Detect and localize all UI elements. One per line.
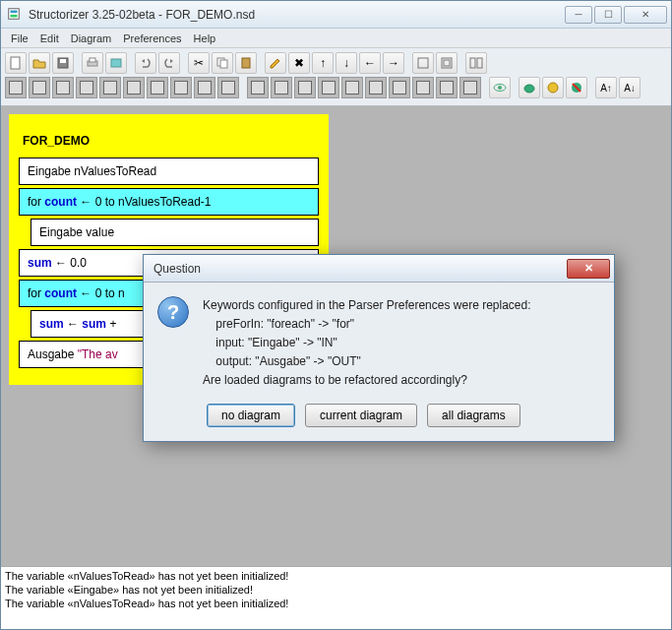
svg-rect-12 bbox=[418, 58, 428, 68]
struct-instr-before-icon[interactable] bbox=[5, 77, 27, 98]
dialog-title: Question bbox=[153, 262, 201, 276]
cut-icon[interactable]: ✂ bbox=[188, 52, 210, 74]
turtle-icon[interactable] bbox=[519, 77, 540, 98]
close-button[interactable]: ✕ bbox=[624, 6, 667, 24]
redo-icon[interactable] bbox=[158, 52, 180, 74]
svg-point-18 bbox=[498, 86, 502, 90]
minimize-button[interactable]: ─ bbox=[565, 6, 592, 24]
fontup-icon[interactable]: A↑ bbox=[595, 77, 617, 98]
struct-case-before-icon[interactable] bbox=[52, 77, 74, 98]
svg-rect-5 bbox=[60, 59, 66, 63]
paste-icon[interactable] bbox=[235, 52, 257, 74]
svg-point-20 bbox=[548, 83, 558, 93]
save-icon[interactable] bbox=[52, 52, 74, 74]
status-msg2: The variable «Eingabe» has not yet been … bbox=[5, 583, 667, 597]
undo-icon[interactable] bbox=[135, 52, 156, 74]
dialog-close-button[interactable]: ✕ bbox=[567, 259, 610, 279]
window-title: Structorizer 3.25-02beta - FOR_DEMO.nsd bbox=[29, 8, 565, 22]
status-area: The variable «nValuesToRead» has not yet… bbox=[1, 566, 671, 629]
svg-rect-2 bbox=[11, 14, 18, 17]
struct-para-before-icon[interactable] bbox=[217, 77, 239, 98]
struct-repeat-before-icon[interactable] bbox=[123, 77, 145, 98]
moveright-icon[interactable]: → bbox=[383, 52, 404, 74]
struct-while-before-icon[interactable] bbox=[99, 77, 121, 98]
svg-point-19 bbox=[524, 85, 534, 93]
struct-call-before-icon[interactable] bbox=[170, 77, 192, 98]
current-diagram-button[interactable]: current diagram bbox=[305, 404, 417, 427]
menubar: File Edit Diagram Preferences Help bbox=[1, 29, 671, 48]
svg-rect-16 bbox=[477, 58, 482, 68]
export-icon[interactable] bbox=[105, 52, 127, 74]
svg-rect-8 bbox=[111, 59, 121, 67]
new-icon[interactable] bbox=[5, 52, 27, 74]
question-icon: ? bbox=[157, 296, 189, 328]
delete-icon[interactable]: ✖ bbox=[288, 52, 310, 74]
menu-file[interactable]: File bbox=[5, 31, 34, 46]
struct-instr-after-icon[interactable] bbox=[247, 77, 269, 98]
stop-icon[interactable] bbox=[566, 77, 587, 98]
moveleft-icon[interactable]: ← bbox=[359, 52, 381, 74]
view3-icon[interactable] bbox=[465, 52, 487, 74]
struct-case-after-icon[interactable] bbox=[294, 77, 316, 98]
all-diagrams-button[interactable]: all diagrams bbox=[427, 404, 520, 427]
moveup-icon[interactable]: ↑ bbox=[312, 52, 334, 74]
open-icon[interactable] bbox=[29, 52, 50, 74]
window-controls: ─ ☐ ✕ bbox=[565, 6, 667, 24]
print-icon[interactable] bbox=[82, 52, 103, 74]
diagram-title: FOR_DEMO bbox=[19, 128, 319, 158]
menu-preferences[interactable]: Preferences bbox=[117, 31, 187, 46]
struct-jump-after-icon[interactable] bbox=[436, 77, 458, 98]
svg-rect-10 bbox=[220, 60, 227, 68]
fontdown-icon[interactable]: A↓ bbox=[619, 77, 641, 98]
menu-help[interactable]: Help bbox=[188, 31, 222, 46]
diag-inner1[interactable]: Eingabe value bbox=[31, 219, 319, 246]
struct-forever-before-icon[interactable] bbox=[147, 77, 168, 98]
diag-for1[interactable]: for count ← 0 to nValuesToRead-1 bbox=[19, 188, 319, 216]
struct-while-after-icon[interactable] bbox=[341, 77, 363, 98]
menu-diagram[interactable]: Diagram bbox=[65, 31, 118, 46]
diag-input1[interactable]: Eingabe nValuesToRead bbox=[19, 158, 319, 185]
status-msg3: The variable «nValuesToRead» has not yet… bbox=[5, 597, 667, 610]
maximize-button[interactable]: ☐ bbox=[594, 6, 622, 24]
struct-jump-before-icon[interactable] bbox=[194, 77, 215, 98]
titlebar: Structorizer 3.25-02beta - FOR_DEMO.nsd … bbox=[1, 1, 671, 29]
app-icon bbox=[7, 7, 23, 23]
svg-rect-11 bbox=[242, 58, 250, 68]
toolbars: ✂ ✖ ↑ ↓ ← → bbox=[1, 48, 671, 106]
struct-forever-after-icon[interactable] bbox=[389, 77, 410, 98]
question-dialog: Question ✕ ? Keywords configured in the … bbox=[143, 254, 615, 442]
struct-para-after-icon[interactable] bbox=[459, 77, 481, 98]
struct-for-before-icon[interactable] bbox=[76, 77, 97, 98]
struct-if-after-icon[interactable] bbox=[271, 77, 292, 98]
svg-rect-15 bbox=[470, 58, 475, 68]
dialog-titlebar: Question ✕ bbox=[144, 255, 614, 283]
svg-rect-1 bbox=[11, 10, 18, 13]
menu-edit[interactable]: Edit bbox=[34, 31, 65, 46]
svg-rect-0 bbox=[9, 8, 20, 19]
edit-icon[interactable] bbox=[265, 52, 286, 74]
eye-icon[interactable] bbox=[489, 77, 511, 98]
struct-call-after-icon[interactable] bbox=[412, 77, 434, 98]
movedown-icon[interactable]: ↓ bbox=[336, 52, 357, 74]
svg-rect-7 bbox=[90, 58, 95, 62]
dialog-message: Keywords configured in the Parser Prefer… bbox=[203, 296, 531, 390]
copy-icon[interactable] bbox=[212, 52, 233, 74]
view2-icon[interactable] bbox=[436, 52, 458, 74]
struct-repeat-after-icon[interactable] bbox=[365, 77, 387, 98]
view1-icon[interactable] bbox=[412, 52, 434, 74]
run-icon[interactable] bbox=[542, 77, 564, 98]
struct-if-before-icon[interactable] bbox=[29, 77, 50, 98]
no-diagram-button[interactable]: no diagram bbox=[207, 404, 295, 427]
struct-for-after-icon[interactable] bbox=[318, 77, 339, 98]
status-msg1: The variable «nValuesToRead» has not yet… bbox=[5, 569, 667, 583]
svg-rect-14 bbox=[444, 60, 450, 66]
svg-rect-3 bbox=[11, 57, 20, 69]
